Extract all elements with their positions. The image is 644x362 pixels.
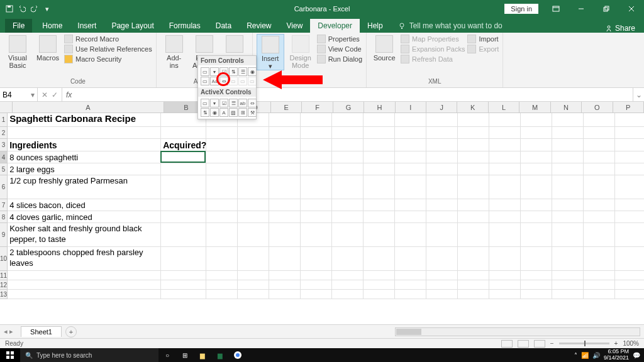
- row-header-8[interactable]: 8: [0, 211, 8, 223]
- cell-O10[interactable]: [584, 247, 615, 271]
- form-option-control[interactable]: ◉: [248, 67, 257, 76]
- form-ctl-d3[interactable]: ▭: [248, 77, 257, 85]
- cell-C2[interactable]: [206, 127, 238, 139]
- visual-basic-button[interactable]: Visual Basic: [4, 34, 31, 69]
- view-code-button[interactable]: View Code: [317, 44, 362, 54]
- cell-H1[interactable]: [364, 113, 395, 127]
- cell-C8[interactable]: [206, 211, 238, 223]
- col-header-H[interactable]: H: [364, 102, 395, 113]
- cell-L11[interactable]: [489, 271, 521, 280]
- cell-K5[interactable]: [458, 163, 489, 175]
- taskbar-clock[interactable]: 6:05 PM9/14/2021: [604, 349, 629, 361]
- ax-text-control[interactable]: ab: [238, 99, 247, 107]
- cell-B2[interactable]: [161, 127, 206, 139]
- cell-P10[interactable]: [615, 247, 644, 271]
- cell-I11[interactable]: [395, 271, 426, 280]
- cell-J7[interactable]: [426, 199, 458, 211]
- ax-label-control[interactable]: A: [219, 108, 228, 117]
- cell-C11[interactable]: [206, 271, 238, 280]
- normal-view-icon[interactable]: [501, 340, 513, 348]
- cell-O6[interactable]: [584, 175, 615, 199]
- cell-J10[interactable]: [426, 247, 458, 271]
- row-header-13[interactable]: 13: [0, 290, 8, 299]
- cell-H6[interactable]: [364, 175, 395, 199]
- expand-formula-bar-icon[interactable]: ⌄: [633, 88, 644, 101]
- col-header-E[interactable]: E: [271, 102, 302, 113]
- cell-E7[interactable]: [269, 199, 301, 211]
- cell-G2[interactable]: [332, 127, 364, 139]
- cell-M6[interactable]: [521, 175, 552, 199]
- cell-K2[interactable]: [458, 127, 489, 139]
- cell-O5[interactable]: [584, 163, 615, 175]
- cell-N8[interactable]: [552, 211, 584, 223]
- cell-A8[interactable]: 4 cloves garlic, minced: [8, 211, 161, 223]
- row-header-9[interactable]: 9: [0, 223, 8, 247]
- share-button[interactable]: Share: [605, 24, 635, 33]
- cell-E10[interactable]: [269, 247, 301, 271]
- col-header-A[interactable]: A: [13, 102, 164, 113]
- cell-F5[interactable]: [301, 163, 332, 175]
- tell-me[interactable]: Tell me what you want to do: [391, 19, 510, 33]
- col-header-I[interactable]: I: [396, 102, 426, 113]
- col-header-F[interactable]: F: [302, 102, 333, 113]
- cell-A2[interactable]: [8, 127, 161, 139]
- cell-H9[interactable]: [364, 223, 395, 247]
- cell-C3[interactable]: [206, 139, 238, 151]
- page-layout-view-icon[interactable]: [518, 340, 529, 348]
- form-button-control[interactable]: ▭: [201, 67, 209, 76]
- cell-O12[interactable]: [584, 280, 615, 290]
- ribbon-options-icon[interactable]: [543, 0, 569, 18]
- cell-K8[interactable]: [458, 211, 489, 223]
- cell-E12[interactable]: [269, 280, 301, 290]
- cell-I6[interactable]: [395, 175, 426, 199]
- taskbar-search[interactable]: 🔍 Type here to search: [20, 348, 158, 362]
- cell-E13[interactable]: [269, 290, 301, 299]
- cell-K6[interactable]: [458, 175, 489, 199]
- cell-J8[interactable]: [426, 211, 458, 223]
- cell-K12[interactable]: [458, 280, 489, 290]
- cell-O13[interactable]: [584, 290, 615, 299]
- cell-J3[interactable]: [426, 139, 458, 151]
- cell-I4[interactable]: [395, 151, 426, 163]
- spreadsheet-grid[interactable]: ABCDEFGHIJKLMNOP 12345678910111213 Spagh…: [0, 102, 644, 324]
- save-icon[interactable]: [4, 3, 15, 14]
- cell-L4[interactable]: [489, 151, 521, 163]
- col-header-G[interactable]: G: [333, 102, 364, 113]
- row-header-10[interactable]: 10: [0, 247, 8, 271]
- cell-G9[interactable]: [332, 223, 364, 247]
- cell-N13[interactable]: [552, 290, 584, 299]
- cell-P2[interactable]: [615, 127, 644, 139]
- cell-J6[interactable]: [426, 175, 458, 199]
- row-header-12[interactable]: 12: [0, 280, 8, 290]
- tab-data[interactable]: Data: [208, 19, 239, 33]
- cell-O4[interactable]: [584, 151, 615, 163]
- cell-F11[interactable]: [301, 271, 332, 280]
- cell-M4[interactable]: [521, 151, 552, 163]
- cortana-icon[interactable]: ○: [158, 348, 176, 362]
- row-header-3[interactable]: 3: [0, 139, 8, 151]
- cell-L7[interactable]: [489, 199, 521, 211]
- row-header-5[interactable]: 5: [0, 163, 8, 175]
- tab-help[interactable]: Help: [360, 19, 391, 33]
- cell-O1[interactable]: [584, 113, 615, 127]
- cell-D4[interactable]: [238, 151, 269, 163]
- cell-H13[interactable]: [364, 290, 395, 299]
- tab-insert[interactable]: Insert: [70, 19, 104, 33]
- cell-M5[interactable]: [521, 163, 552, 175]
- form-spin-control[interactable]: ⇅: [229, 67, 238, 76]
- cell-K10[interactable]: [458, 247, 489, 271]
- record-macro-button[interactable]: Record Macro: [64, 34, 152, 44]
- cell-I7[interactable]: [395, 199, 426, 211]
- design-mode-button[interactable]: Design Mode: [287, 34, 314, 69]
- cell-D11[interactable]: [238, 271, 269, 280]
- cell-G8[interactable]: [332, 211, 364, 223]
- cancel-formula-icon[interactable]: ✕: [42, 90, 48, 99]
- cell-P11[interactable]: [615, 271, 644, 280]
- cell-I12[interactable]: [395, 280, 426, 290]
- cell-J5[interactable]: [426, 163, 458, 175]
- cell-D2[interactable]: [238, 127, 269, 139]
- cell-D7[interactable]: [238, 199, 269, 211]
- cell-B9[interactable]: [161, 223, 206, 247]
- cell-H2[interactable]: [364, 127, 395, 139]
- task-view-icon[interactable]: ⊞: [176, 348, 194, 362]
